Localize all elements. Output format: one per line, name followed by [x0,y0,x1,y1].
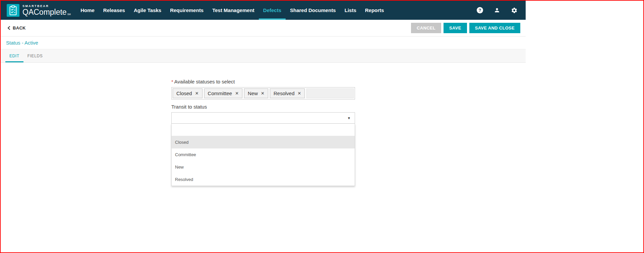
chevron-left-icon [7,26,10,30]
main-nav: Home Releases Agile Tasks Requirements T… [76,1,388,20]
dropdown-option-committee[interactable]: Committee [172,148,355,161]
user-icon[interactable] [494,7,500,13]
status-chip-new: New ✕ [244,88,268,98]
status-chip-committee: Committee ✕ [204,88,242,98]
back-label: BACK [13,25,26,30]
empty-area [526,1,643,252]
title-row: Status - Active [1,37,526,49]
brand-wordmark: SMARTBEAR QAComplete SM [22,4,71,16]
remove-chip-icon[interactable]: ✕ [235,91,239,96]
settings-gear-icon[interactable] [511,7,518,14]
transit-status-label: Transit to status [171,104,355,110]
save-and-close-button[interactable]: SAVE AND CLOSE [469,23,520,33]
app-window: SMARTBEAR QAComplete SM Home Releases Ag… [1,1,526,252]
toolbar-buttons: CANCEL SAVE SAVE AND CLOSE [411,23,520,33]
nav-requirements[interactable]: Requirements [166,1,208,20]
statuses-label-text: Available statuses to select [174,79,235,84]
nav-reports[interactable]: Reports [361,1,389,20]
chip-label: New [248,90,258,96]
help-icon[interactable]: ? [477,7,483,13]
back-button[interactable]: BACK [7,25,26,30]
transit-status-select[interactable]: ▼ [171,112,355,124]
dropdown-caret-icon: ▼ [347,116,355,120]
product-wordmark: QAComplete [22,8,67,16]
nav-test-management[interactable]: Test Management [208,1,259,20]
action-toolbar: BACK CANCEL SAVE SAVE AND CLOSE [1,20,526,37]
screenshot-frame: SMARTBEAR QAComplete SM Home Releases Ag… [0,0,644,253]
dropdown-option-closed[interactable]: Closed [172,136,355,148]
chip-label: Closed [176,90,192,96]
remove-chip-icon[interactable]: ✕ [298,91,301,96]
tab-edit[interactable]: EDIT [5,49,23,62]
qacomplete-logo-icon [7,4,19,17]
dropdown-option-resolved[interactable]: Resolved [172,173,355,186]
nav-releases[interactable]: Releases [99,1,129,20]
status-edit-form: *Available statuses to select Closed ✕ C… [171,79,355,186]
statuses-field-label: *Available statuses to select [171,79,355,84]
statuses-multiselect[interactable]: Closed ✕ Committee ✕ New ✕ Resolved ✕ [171,87,355,100]
service-mark: SM [67,13,71,16]
status-chip-closed: Closed ✕ [173,88,202,98]
navbar-icons: ? [477,1,526,20]
required-asterisk: * [171,79,173,84]
tabs-bar: EDIT FIELDS [1,49,526,63]
nav-agile-tasks[interactable]: Agile Tasks [129,1,166,20]
transit-status-dropdown-list: Closed Committee New Resolved [171,124,355,186]
nav-shared-documents[interactable]: Shared Documents [286,1,340,20]
chip-label: Committee [208,90,232,96]
dropdown-option-blank[interactable] [172,124,355,136]
nav-home[interactable]: Home [76,1,99,20]
brand-logo[interactable]: SMARTBEAR QAComplete SM [1,1,76,20]
nav-lists[interactable]: Lists [340,1,361,20]
page-title: Status - Active [6,40,38,46]
tab-fields[interactable]: FIELDS [23,49,47,62]
status-chip-resolved: Resolved ✕ [270,88,305,98]
remove-chip-icon[interactable]: ✕ [195,91,199,96]
cancel-button[interactable]: CANCEL [411,23,441,33]
top-navbar: SMARTBEAR QAComplete SM Home Releases Ag… [1,1,526,20]
chip-label: Resolved [274,90,295,96]
main-content: *Available statuses to select Closed ✕ C… [1,63,526,252]
status-text-input[interactable] [306,88,354,98]
save-button[interactable]: SAVE [444,23,467,33]
dropdown-option-new[interactable]: New [172,161,355,173]
nav-defects[interactable]: Defects [259,1,286,20]
remove-chip-icon[interactable]: ✕ [261,91,265,96]
